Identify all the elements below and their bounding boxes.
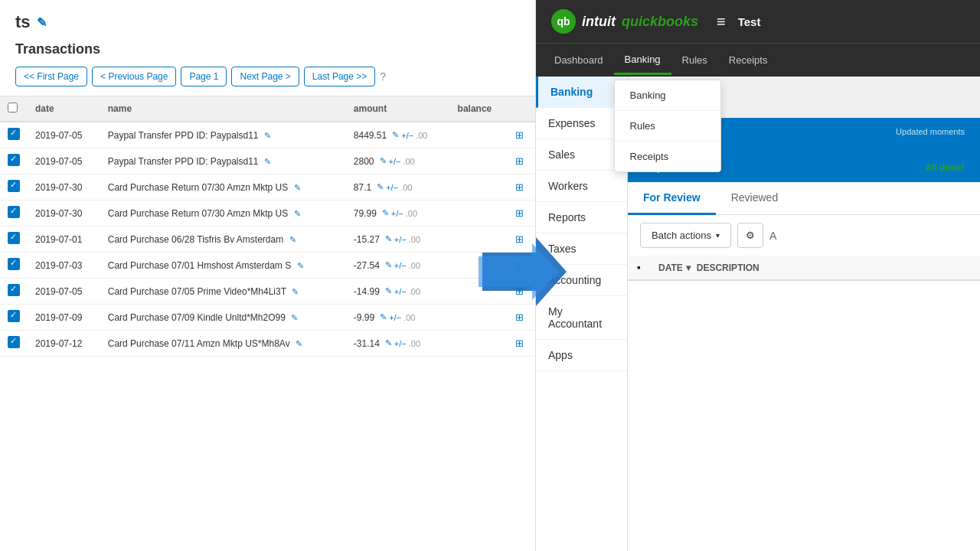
row-name: Card Purchase Return 07/30 Amzn Mktp US … <box>100 201 346 227</box>
th-description: DESCRIPTION <box>697 262 971 273</box>
row-checkbox[interactable] <box>8 258 20 270</box>
sidebar-my-accountant-label: My Accountant <box>548 305 602 330</box>
qb-logo: qb intuit quickbooks <box>551 9 698 34</box>
row-action-icon[interactable]: ⊞ <box>515 285 524 297</box>
prev-page-button[interactable]: < Previous Page <box>92 67 176 86</box>
row-edit-icon[interactable]: ✎ <box>264 157 271 166</box>
plus-minus-icon[interactable]: +/− <box>391 209 403 218</box>
dropdown-receipts[interactable]: Receipts <box>615 142 720 171</box>
amount-edit-icon[interactable]: ✎ <box>385 234 392 244</box>
row-checkbox[interactable] <box>8 128 20 140</box>
sidebar-item-workers[interactable]: Workers <box>536 171 627 202</box>
row-action-icon[interactable]: ⊞ <box>515 129 524 141</box>
row-action-icon[interactable]: ⊞ <box>515 207 524 219</box>
amount-edit-icon[interactable]: ✎ <box>392 130 399 140</box>
row-checkbox[interactable] <box>8 284 20 296</box>
select-all-checkbox[interactable] <box>8 103 18 112</box>
batch-actions-button[interactable]: Batch actions ▾ <box>640 223 731 248</box>
page-title-edit-icon[interactable]: ✎ <box>37 15 47 30</box>
nav-dashboard[interactable]: Dashboard <box>544 47 614 73</box>
sidebar-reports-label: Reports <box>548 211 586 223</box>
sidebar-item-apps[interactable]: Apps <box>536 340 627 371</box>
th-date[interactable]: DATE ▾ <box>658 262 691 273</box>
row-edit-icon[interactable]: ✎ <box>297 261 304 270</box>
nav-banking[interactable]: Banking Banking Rules Receipts <box>614 46 671 75</box>
dropdown-rules[interactable]: Rules <box>615 111 720 142</box>
row-action-icon[interactable]: ⊞ <box>515 259 524 271</box>
row-checkbox[interactable] <box>8 154 20 166</box>
plus-minus-icon[interactable]: +/− <box>394 339 407 348</box>
row-checkbox[interactable] <box>8 232 20 244</box>
amount-value: -27.54 ✎ +/− .00 <box>354 260 443 271</box>
row-name: Card Purchase 07/09 Kindle Unltd*Mh2O99 … <box>100 305 346 331</box>
row-action-icon[interactable]: ⊞ <box>515 337 524 349</box>
filter-button[interactable]: ⚙ <box>737 223 763 248</box>
row-action-icon[interactable]: ⊞ <box>515 311 524 323</box>
next-page-button[interactable]: Next Page > <box>231 67 299 86</box>
nav-receipts[interactable]: Receipts <box>718 47 779 73</box>
filter-sort-icon[interactable]: A <box>769 230 776 242</box>
sidebar-item-my-accountant[interactable]: My Accountant <box>536 296 627 340</box>
bank-balance-updated: Updated moments <box>896 127 965 136</box>
row-edit-icon[interactable]: ✎ <box>289 235 296 244</box>
sidebar-accounting-label: Accounting <box>548 274 601 286</box>
row-amount: 8449.51 ✎ +/− .00 <box>346 122 450 148</box>
row-amount: -27.54 ✎ +/− .00 <box>346 253 450 279</box>
row-checkbox[interactable] <box>8 336 20 348</box>
sidebar-apps-label: Apps <box>548 349 573 361</box>
hamburger-button[interactable]: ≡ <box>717 13 726 31</box>
decimal-value: .00 <box>400 183 412 192</box>
row-balance <box>450 331 508 357</box>
row-edit-icon[interactable]: ✎ <box>294 209 301 218</box>
amount-value: 87.1 ✎ +/− .00 <box>354 182 443 193</box>
row-edit-icon[interactable]: ✎ <box>292 287 299 296</box>
row-action: ⊞ <box>508 279 535 305</box>
tab-reviewed[interactable]: Reviewed <box>716 182 793 215</box>
amount-edit-icon[interactable]: ✎ <box>380 156 387 166</box>
tab-for-review[interactable]: For Review <box>628 182 716 215</box>
plus-minus-icon[interactable]: +/− <box>401 131 413 140</box>
row-balance <box>450 227 508 253</box>
sidebar-item-accounting[interactable]: Accounting <box>536 265 627 296</box>
first-page-button[interactable]: << First Page <box>15 67 87 86</box>
plus-minus-icon[interactable]: +/− <box>394 235 407 244</box>
col-checkbox <box>0 96 28 122</box>
row-checkbox[interactable] <box>8 180 20 192</box>
row-balance <box>450 148 508 174</box>
amount-edit-icon[interactable]: ✎ <box>380 312 387 322</box>
row-action-icon[interactable]: ⊞ <box>515 155 524 167</box>
row-amount: -9.99 ✎ +/− .00 <box>346 305 450 331</box>
amount-edit-icon[interactable]: ✎ <box>385 286 392 296</box>
row-balance <box>450 174 508 201</box>
banking-dropdown: Banking Rules Receipts <box>614 80 721 172</box>
plus-minus-icon[interactable]: +/− <box>394 261 407 270</box>
pagination-help-icon[interactable]: ? <box>380 70 386 83</box>
row-checkbox-cell <box>0 122 28 148</box>
decimal-value: .00 <box>416 131 427 140</box>
row-edit-icon[interactable]: ✎ <box>291 313 298 322</box>
amount-edit-icon[interactable]: ✎ <box>382 208 389 218</box>
th-date-sort-icon: ▾ <box>686 262 691 273</box>
row-action-icon[interactable]: ⊞ <box>515 233 524 245</box>
sidebar-item-reports[interactable]: Reports <box>536 202 627 233</box>
last-page-button[interactable]: Last Page >> <box>304 67 375 86</box>
plus-minus-icon[interactable]: +/− <box>389 157 401 166</box>
row-edit-icon[interactable]: ✎ <box>264 131 271 140</box>
row-name: Card Purchase 06/28 Tisfris Bv Amsterdam… <box>100 227 346 253</box>
row-checkbox[interactable] <box>8 206 20 218</box>
row-checkbox[interactable] <box>8 310 20 322</box>
row-balance <box>450 122 508 148</box>
sidebar-item-taxes[interactable]: Taxes <box>536 233 627 265</box>
row-edit-icon[interactable]: ✎ <box>294 183 301 192</box>
amount-edit-icon[interactable]: ✎ <box>385 338 392 348</box>
amount-edit-icon[interactable]: ✎ <box>377 182 384 192</box>
plus-minus-icon[interactable]: +/− <box>389 313 401 322</box>
row-action-icon[interactable]: ⊞ <box>515 181 524 193</box>
row-edit-icon[interactable]: ✎ <box>296 339 302 348</box>
dropdown-banking[interactable]: Banking <box>615 80 720 111</box>
nav-rules[interactable]: Rules <box>671 47 718 73</box>
amount-edit-icon[interactable]: ✎ <box>385 260 392 270</box>
nav-receipts-label: Receipts <box>729 54 768 66</box>
plus-minus-icon[interactable]: +/− <box>394 287 407 296</box>
plus-minus-icon[interactable]: +/− <box>386 183 398 192</box>
